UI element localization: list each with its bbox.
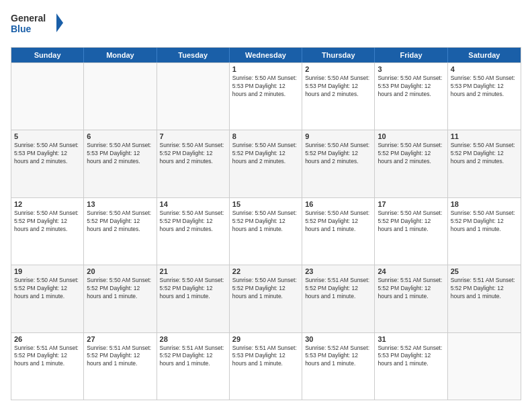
day-cell-2-3: 15Sunrise: 5:50 AM Sunset: 5:52 PM Dayli…: [230, 198, 302, 265]
week-row-5: 26Sunrise: 5:51 AM Sunset: 5:52 PM Dayli…: [11, 332, 521, 400]
day-cell-4-0: 26Sunrise: 5:51 AM Sunset: 5:52 PM Dayli…: [11, 333, 84, 400]
day-info: Sunrise: 5:50 AM Sunset: 5:52 PM Dayligh…: [232, 277, 299, 301]
day-cell-2-6: 18Sunrise: 5:50 AM Sunset: 5:52 PM Dayli…: [448, 198, 521, 265]
day-number: 3: [378, 65, 444, 73]
header-monday: Monday: [84, 48, 157, 62]
day-number: 31: [378, 335, 444, 343]
day-number: 27: [87, 335, 153, 343]
calendar-body: 1Sunrise: 5:50 AM Sunset: 5:53 PM Daylig…: [11, 62, 521, 400]
day-info: Sunrise: 5:50 AM Sunset: 5:52 PM Dayligh…: [378, 142, 444, 166]
week-row-3: 12Sunrise: 5:50 AM Sunset: 5:52 PM Dayli…: [11, 197, 521, 265]
day-number: 10: [378, 132, 444, 140]
day-cell-0-0: [11, 63, 84, 130]
header: General Blue: [11, 11, 521, 40]
day-info: Sunrise: 5:50 AM Sunset: 5:52 PM Dayligh…: [160, 142, 226, 166]
day-number: 4: [451, 65, 518, 73]
svg-text:General: General: [11, 13, 46, 24]
day-info: Sunrise: 5:50 AM Sunset: 5:52 PM Dayligh…: [232, 210, 299, 234]
day-number: 30: [305, 335, 371, 343]
day-number: 9: [305, 132, 371, 140]
week-row-2: 5Sunrise: 5:50 AM Sunset: 5:53 PM Daylig…: [11, 130, 521, 197]
day-info: Sunrise: 5:50 AM Sunset: 5:53 PM Dayligh…: [87, 142, 153, 166]
day-cell-4-2: 28Sunrise: 5:51 AM Sunset: 5:52 PM Dayli…: [157, 333, 230, 400]
day-cell-2-5: 17Sunrise: 5:50 AM Sunset: 5:52 PM Dayli…: [375, 198, 447, 265]
day-cell-0-1: [84, 63, 157, 130]
day-info: Sunrise: 5:50 AM Sunset: 5:52 PM Dayligh…: [305, 142, 371, 166]
header-sunday: Sunday: [11, 48, 84, 62]
page: General Blue Sunday Monday Tuesday Wedne…: [0, 0, 532, 411]
day-number: 12: [14, 200, 81, 208]
day-cell-4-1: 27Sunrise: 5:51 AM Sunset: 5:52 PM Dayli…: [84, 333, 157, 400]
day-number: 17: [378, 200, 444, 208]
day-cell-4-5: 31Sunrise: 5:52 AM Sunset: 5:53 PM Dayli…: [375, 333, 447, 400]
day-info: Sunrise: 5:52 AM Sunset: 5:53 PM Dayligh…: [305, 345, 371, 369]
day-cell-2-2: 14Sunrise: 5:50 AM Sunset: 5:52 PM Dayli…: [157, 198, 230, 265]
calendar-header: Sunday Monday Tuesday Wednesday Thursday…: [11, 48, 521, 62]
day-number: 19: [14, 267, 81, 275]
header-thursday: Thursday: [302, 48, 375, 62]
calendar: Sunday Monday Tuesday Wednesday Thursday…: [11, 47, 521, 400]
day-info: Sunrise: 5:50 AM Sunset: 5:52 PM Dayligh…: [160, 277, 226, 301]
logo: General Blue: [11, 11, 64, 40]
svg-marker-2: [56, 13, 63, 32]
day-cell-1-2: 7Sunrise: 5:50 AM Sunset: 5:52 PM Daylig…: [157, 130, 230, 197]
day-info: Sunrise: 5:50 AM Sunset: 5:52 PM Dayligh…: [160, 210, 226, 234]
day-number: 22: [232, 267, 299, 275]
day-number: 24: [378, 267, 444, 275]
day-cell-0-5: 3Sunrise: 5:50 AM Sunset: 5:53 PM Daylig…: [375, 63, 447, 130]
day-info: Sunrise: 5:51 AM Sunset: 5:52 PM Dayligh…: [14, 345, 81, 369]
day-info: Sunrise: 5:51 AM Sunset: 5:52 PM Dayligh…: [378, 277, 444, 301]
header-friday: Friday: [375, 48, 447, 62]
day-cell-1-4: 9Sunrise: 5:50 AM Sunset: 5:52 PM Daylig…: [302, 130, 375, 197]
day-cell-2-1: 13Sunrise: 5:50 AM Sunset: 5:52 PM Dayli…: [84, 198, 157, 265]
day-info: Sunrise: 5:50 AM Sunset: 5:53 PM Dayligh…: [232, 75, 299, 99]
day-cell-0-4: 2Sunrise: 5:50 AM Sunset: 5:53 PM Daylig…: [302, 63, 375, 130]
week-row-1: 1Sunrise: 5:50 AM Sunset: 5:53 PM Daylig…: [11, 62, 521, 130]
day-number: 2: [305, 65, 371, 73]
day-cell-3-4: 23Sunrise: 5:51 AM Sunset: 5:52 PM Dayli…: [302, 265, 375, 332]
day-number: 21: [160, 267, 226, 275]
day-info: Sunrise: 5:50 AM Sunset: 5:52 PM Dayligh…: [305, 210, 371, 234]
day-number: 1: [232, 65, 299, 73]
day-cell-4-4: 30Sunrise: 5:52 AM Sunset: 5:53 PM Dayli…: [302, 333, 375, 400]
day-cell-4-6: [448, 333, 521, 400]
day-cell-3-2: 21Sunrise: 5:50 AM Sunset: 5:52 PM Dayli…: [157, 265, 230, 332]
day-info: Sunrise: 5:50 AM Sunset: 5:52 PM Dayligh…: [378, 210, 444, 234]
day-info: Sunrise: 5:50 AM Sunset: 5:53 PM Dayligh…: [14, 142, 81, 166]
day-cell-2-0: 12Sunrise: 5:50 AM Sunset: 5:52 PM Dayli…: [11, 198, 84, 265]
day-cell-3-1: 20Sunrise: 5:50 AM Sunset: 5:52 PM Dayli…: [84, 265, 157, 332]
header-wednesday: Wednesday: [230, 48, 302, 62]
day-number: 28: [160, 335, 226, 343]
day-number: 18: [451, 200, 518, 208]
day-info: Sunrise: 5:50 AM Sunset: 5:52 PM Dayligh…: [451, 142, 518, 166]
day-info: Sunrise: 5:50 AM Sunset: 5:53 PM Dayligh…: [451, 75, 518, 99]
day-info: Sunrise: 5:50 AM Sunset: 5:53 PM Dayligh…: [305, 75, 371, 99]
day-info: Sunrise: 5:50 AM Sunset: 5:52 PM Dayligh…: [451, 210, 518, 234]
header-saturday: Saturday: [448, 48, 521, 62]
day-cell-3-6: 25Sunrise: 5:51 AM Sunset: 5:52 PM Dayli…: [448, 265, 521, 332]
day-number: 14: [160, 200, 226, 208]
day-cell-3-3: 22Sunrise: 5:50 AM Sunset: 5:52 PM Dayli…: [230, 265, 302, 332]
day-cell-2-4: 16Sunrise: 5:50 AM Sunset: 5:52 PM Dayli…: [302, 198, 375, 265]
day-info: Sunrise: 5:51 AM Sunset: 5:52 PM Dayligh…: [305, 277, 371, 301]
day-number: 7: [160, 132, 226, 140]
day-cell-1-1: 6Sunrise: 5:50 AM Sunset: 5:53 PM Daylig…: [84, 130, 157, 197]
day-info: Sunrise: 5:50 AM Sunset: 5:52 PM Dayligh…: [14, 210, 81, 234]
day-cell-1-5: 10Sunrise: 5:50 AM Sunset: 5:52 PM Dayli…: [375, 130, 447, 197]
day-number: 8: [232, 132, 299, 140]
logo-svg: General Blue: [11, 11, 64, 40]
day-number: 20: [87, 267, 153, 275]
day-number: 23: [305, 267, 371, 275]
day-number: 15: [232, 200, 299, 208]
header-tuesday: Tuesday: [157, 48, 230, 62]
day-info: Sunrise: 5:51 AM Sunset: 5:52 PM Dayligh…: [87, 345, 153, 369]
day-info: Sunrise: 5:50 AM Sunset: 5:52 PM Dayligh…: [87, 277, 153, 301]
svg-text:Blue: Blue: [11, 24, 32, 34]
day-cell-0-6: 4Sunrise: 5:50 AM Sunset: 5:53 PM Daylig…: [448, 63, 521, 130]
day-info: Sunrise: 5:51 AM Sunset: 5:52 PM Dayligh…: [451, 277, 518, 301]
day-info: Sunrise: 5:51 AM Sunset: 5:53 PM Dayligh…: [232, 345, 299, 369]
day-cell-3-5: 24Sunrise: 5:51 AM Sunset: 5:52 PM Dayli…: [375, 265, 447, 332]
day-number: 11: [451, 132, 518, 140]
day-number: 13: [87, 200, 153, 208]
day-number: 16: [305, 200, 371, 208]
